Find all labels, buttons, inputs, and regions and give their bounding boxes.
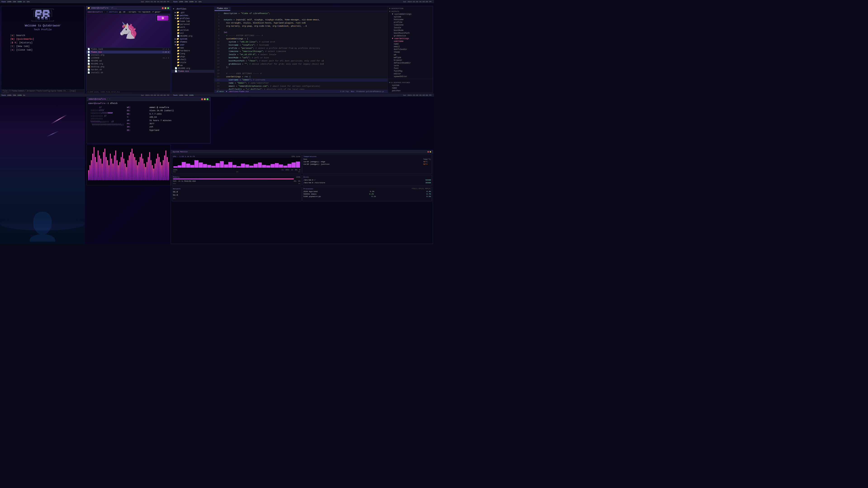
tree-pkgs[interactable]: 📁 pkgs xyxy=(172,55,214,58)
cpu-bar-item xyxy=(211,166,215,168)
file-manager-window: 📁 emmet@snowfire: ~/... emmet@snowfire :… xyxy=(86,6,170,93)
fm-row-license[interactable]: 📄 LICENSE 34.2 K xyxy=(86,57,170,59)
tree-app[interactable]: 📁 app xyxy=(172,46,214,49)
tab-flake-nix[interactable]: flake.nix xyxy=(215,7,230,11)
fm-row-install-sh[interactable]: 📄 install.sh xyxy=(86,71,170,74)
qb-search-item[interactable]: [o] Search xyxy=(6,34,80,37)
outline-wm[interactable]: wm xyxy=(388,54,433,56)
outline-dotfilesdir[interactable]: dotfilesDir xyxy=(388,48,433,51)
outline-browser[interactable]: browser xyxy=(388,59,433,62)
sb-brand: Tech xyxy=(1,1,6,3)
cpu-bar-item xyxy=(207,165,211,168)
sb2-vol: 29% xyxy=(184,1,188,3)
tree-user[interactable]: ▼ 📁 user xyxy=(172,43,214,46)
outline-theme[interactable]: theme xyxy=(388,51,433,54)
outline-editor[interactable]: editor xyxy=(388,72,433,75)
qb-newtab-item[interactable]: [t] [New tab] xyxy=(6,44,80,48)
tree-worklab[interactable]: 📁 worklab xyxy=(172,29,214,32)
outline-defaultroamdir[interactable]: defaultRoamDir xyxy=(388,62,433,64)
fm-row-flake-lock[interactable]: 📄 flake.lock 27.5 K xyxy=(86,48,170,51)
nf-arch: Y:x86_64 xyxy=(127,116,174,119)
eq-bar xyxy=(155,164,156,180)
outline-locale[interactable]: locale xyxy=(388,26,433,29)
outline-np-patches[interactable]: patches xyxy=(388,90,433,92)
outline-np-name[interactable]: name xyxy=(388,87,433,90)
outline-email[interactable]: email xyxy=(388,45,433,48)
fm-row-flake-nix[interactable]: 📄 flake.nix 2.26 K xyxy=(86,51,170,54)
qb-closetab-item[interactable]: [x] [Close tab] xyxy=(6,48,80,52)
tree-git[interactable]: ▶ 📁 .git xyxy=(172,11,214,14)
nf-min-btn[interactable] xyxy=(204,98,206,100)
eq-bar xyxy=(130,152,131,180)
fm-row-harden[interactable]: 📄 harden.sh xyxy=(86,68,170,71)
nf-max-btn[interactable] xyxy=(207,98,209,100)
outline-grubdevice[interactable]: grubDevice xyxy=(388,35,433,37)
cpu-bar-item xyxy=(271,164,275,168)
tree-root: ▼ .dotfiles xyxy=(172,7,214,11)
eq-bar xyxy=(121,157,122,180)
water-reflection xyxy=(0,217,85,230)
outline-systemsettings[interactable]: ▼ systemSettings xyxy=(388,13,433,15)
tree-hardware[interactable]: 📁 hardware xyxy=(172,49,214,52)
outline-bootmode[interactable]: bootMode xyxy=(388,29,433,32)
fm-max-btn[interactable] xyxy=(167,7,169,9)
eq-bar xyxy=(122,152,123,180)
fm-row-install-org[interactable]: 📄 install.org xyxy=(86,54,170,57)
neofetch-info: WE|emmet @ snowfire OS:nixos 24.05 (uaka… xyxy=(127,106,174,132)
tree-flake-nix[interactable]: 📄 flake.nix xyxy=(172,70,214,73)
nf-packages: PA:3577 xyxy=(127,122,174,125)
fm-min-btn[interactable] xyxy=(164,7,166,9)
outline-wmtype[interactable]: wmType xyxy=(388,56,433,59)
tree-wm[interactable]: 📁 wm xyxy=(172,64,214,67)
outline-bootmountpath[interactable]: bootMountPath xyxy=(388,32,433,35)
outline-username[interactable]: username xyxy=(388,40,433,43)
outline-usersettings[interactable]: ▼ userSettings xyxy=(388,37,433,40)
editor-tabs: flake.nix xyxy=(215,6,388,11)
tree-readme-org[interactable]: 📄 README.org xyxy=(172,35,214,37)
nf-we: WE|emmet @ snowfire xyxy=(127,106,174,109)
tree-lang[interactable]: 📁 lang xyxy=(172,52,214,55)
qb-quickmarks-item[interactable]: [b] [Quickmarks] xyxy=(6,37,80,41)
sysmon-temps-panel: Temperatures Name Temp(°C) card0 (amdgpu… xyxy=(303,154,432,174)
nf-close-btn[interactable] xyxy=(201,98,203,100)
sb2-brand: Tech xyxy=(173,1,178,3)
cpu-bar-item xyxy=(224,164,228,168)
sm-close[interactable] xyxy=(428,151,429,153)
fm-file-list[interactable]: 📄 flake.lock 27.5 K 📄 flake.nix 2.26 K 📄… xyxy=(86,48,170,85)
outline-term[interactable]: term xyxy=(388,64,433,67)
tree-readme-md[interactable]: 📄 README.org xyxy=(172,67,214,70)
eq-bar xyxy=(90,165,90,180)
sm-min[interactable] xyxy=(430,151,431,153)
outline-spawneditor[interactable]: spawnEditor xyxy=(388,75,433,78)
tree-homelab[interactable]: 📁 home lab xyxy=(172,20,214,23)
outline-np-system[interactable]: system xyxy=(388,84,433,87)
tree-profiles[interactable]: ▼ 📁 profiles xyxy=(172,17,214,20)
outline-timezone[interactable]: timezone xyxy=(388,24,433,26)
qb-history-item[interactable]: [$ h] [History] xyxy=(6,41,80,44)
outline-profile[interactable]: profile xyxy=(388,21,433,24)
tree-system[interactable]: ▶ 📁 system xyxy=(172,37,214,40)
outline-font[interactable]: font xyxy=(388,67,433,70)
nf-kernel: KE:6.7.7-zen1 xyxy=(127,112,174,116)
outline-name[interactable]: name xyxy=(388,43,433,45)
code-line-21: 21 userSettings = rec { xyxy=(215,75,388,78)
fm-row-readme[interactable]: 📄 README.md xyxy=(86,59,170,62)
outline-hostname[interactable]: hostname xyxy=(388,18,433,21)
outline-system[interactable]: system xyxy=(388,15,433,18)
tree-themes[interactable]: ▶ 📁 themes xyxy=(172,40,214,43)
tree-personal[interactable]: 📁 personal xyxy=(172,23,214,26)
cpu-bar-item xyxy=(232,165,237,168)
fm-row-desktop[interactable]: 🖼️ desktop.png xyxy=(86,65,170,68)
tree-style[interactable]: 📁 style xyxy=(172,61,214,64)
tree-shell[interactable]: 📁 shell xyxy=(172,58,214,61)
tree-patches[interactable]: ▶ 📁 patches xyxy=(172,14,214,17)
fm-row-readme2[interactable]: 📄 README.org xyxy=(86,62,170,65)
tree-wsl[interactable]: 📁 wsl xyxy=(172,32,214,35)
fm-close-btn[interactable] xyxy=(162,7,164,9)
eq-bar xyxy=(95,157,96,180)
eq-bar xyxy=(126,167,127,180)
outline-section-out: ▼ outputs xyxy=(388,10,433,13)
tree-work[interactable]: 📁 work xyxy=(172,26,214,29)
outline-fontpkg[interactable]: fontPkg xyxy=(388,70,433,72)
procs-list: 2520 Hyprland 0.3% 0.4% 550631 emacs 0.2… xyxy=(304,191,431,197)
